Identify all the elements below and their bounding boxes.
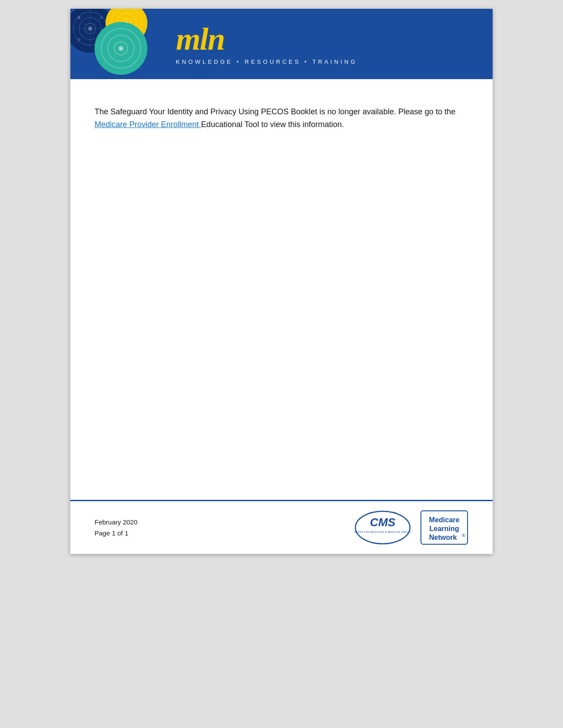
main-paragraph: The Safeguard Your Identity and Privacy … xyxy=(95,106,468,131)
main-content: The Safeguard Your Identity and Privacy … xyxy=(70,79,493,500)
medicare-learning-network-logo: Medicare Learning Network ® xyxy=(420,510,468,545)
header-text-area: mln KNOWLEDGE • RESOURCES • TRAINING xyxy=(167,9,357,79)
cms-logo-svg: CMS CENTERS FOR MEDICARE & MEDICAID SERV… xyxy=(354,510,411,545)
svg-point-11 xyxy=(78,38,80,41)
svg-text:CENTERS FOR MEDICARE & MEDICAI: CENTERS FOR MEDICARE & MEDICAID SERVICES xyxy=(354,531,411,533)
circle-teal xyxy=(95,22,147,75)
text-before-link: The Safeguard Your Identity and Privacy … xyxy=(95,107,456,116)
document-page: mln KNOWLEDGE • RESOURCES • TRAINING The… xyxy=(70,9,493,554)
medicare-provider-enrollment-link[interactable]: Medicare Provider Enrollment xyxy=(95,120,201,129)
footer-logos-area: CMS CENTERS FOR MEDICARE & MEDICAID SERV… xyxy=(354,510,468,545)
svg-text:Learning: Learning xyxy=(429,525,459,532)
svg-point-22 xyxy=(120,47,122,49)
footer-date: February 2020 xyxy=(95,518,138,526)
header-banner: mln KNOWLEDGE • RESOURCES • TRAINING xyxy=(70,9,493,79)
mln-footer-logo-svg: Medicare Learning Network ® xyxy=(420,510,468,545)
mln-tagline: KNOWLEDGE • RESOURCES • TRAINING xyxy=(176,58,357,65)
cms-logo: CMS CENTERS FOR MEDICARE & MEDICAID SERV… xyxy=(354,510,411,545)
svg-text:Network: Network xyxy=(429,534,457,541)
header-circles-decoration xyxy=(70,9,167,79)
footer: February 2020 Page 1 of 1 CMS CENTERS FO… xyxy=(70,500,493,554)
svg-point-9 xyxy=(78,16,80,19)
mln-logo: mln xyxy=(176,23,357,55)
footer-page-number: Page 1 of 1 xyxy=(95,529,138,537)
text-after-link: Educational Tool to view this informatio… xyxy=(201,120,344,129)
svg-point-10 xyxy=(100,16,102,19)
footer-left-section: February 2020 Page 1 of 1 xyxy=(95,518,138,537)
svg-text:Medicare: Medicare xyxy=(429,516,459,524)
svg-text:®: ® xyxy=(462,533,465,538)
svg-text:CMS: CMS xyxy=(370,516,395,529)
